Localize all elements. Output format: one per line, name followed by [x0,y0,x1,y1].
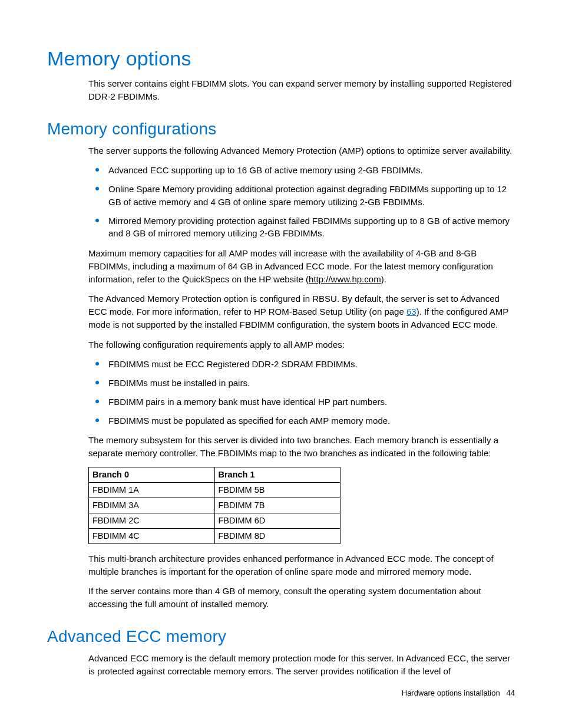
intro-text: This server contains eight FBDIMM slots.… [88,77,515,103]
paragraph: If the server contains more than 4 GB of… [88,585,515,611]
table-row: FBDIMM 3A FBDIMM 7B [89,498,340,513]
list-item: FBDIMMS must be populated as specified f… [88,414,515,427]
bullet-list-1: Advanced ECC supporting up to 16 GB of a… [88,164,515,240]
paragraph: The Advanced Memory Protection option is… [88,292,515,331]
bullet-list-2: FBDIMMS must be ECC Registered DDR-2 SDR… [88,358,515,427]
paragraph: Advanced ECC memory is the default memor… [88,652,515,678]
branch-table: Branch 0 Branch 1 FBDIMM 1A FBDIMM 5B FB… [88,467,340,544]
table-cell: FBDIMM 2C [89,513,215,528]
list-item: FBDIMMS must be ECC Registered DDR-2 SDR… [88,358,515,371]
page-title: Memory options [47,47,515,70]
table-row: FBDIMM 2C FBDIMM 6D [89,513,340,528]
list-item: Advanced ECC supporting up to 16 GB of a… [88,164,515,177]
section-heading-configs: Memory configurations [47,120,515,139]
page-ref-link[interactable]: 63 [406,307,416,317]
list-item: Online Spare Memory providing additional… [88,183,515,209]
configs-body: The server supports the following Advanc… [88,144,515,611]
table-cell: FBDIMM 6D [214,513,340,528]
table-header-row: Branch 0 Branch 1 [89,467,340,482]
table-cell: FBDIMM 5B [214,482,340,498]
table-cell: FBDIMM 7B [214,498,340,513]
table-header: Branch 1 [214,467,340,482]
document-page: Memory options This server contains eigh… [0,0,562,728]
paragraph: The server supports the following Advanc… [88,144,515,157]
paragraph: Maximum memory capacities for all AMP mo… [88,247,515,285]
page-footer: Hardware options installation 44 [402,689,515,697]
table-cell: FBDIMM 3A [89,498,215,513]
hp-website-link[interactable]: http://www.hp.com [309,274,381,284]
paragraph: The following configuration requirements… [88,338,515,351]
table-cell: FBDIMM 1A [89,482,215,498]
footer-section: Hardware options installation [402,689,500,697]
table-cell: FBDIMM 8D [214,528,340,543]
table-row: FBDIMM 1A FBDIMM 5B [89,482,340,498]
paragraph: The memory subsystem for this server is … [88,434,515,460]
ecc-body: Advanced ECC memory is the default memor… [88,652,515,678]
section-heading-ecc: Advanced ECC memory [47,627,515,646]
text-fragment: Maximum memory capacities for all AMP mo… [88,248,493,284]
text-fragment: ). [381,274,386,284]
table-row: FBDIMM 4C FBDIMM 8D [89,528,340,543]
intro-block: This server contains eight FBDIMM slots.… [88,77,515,103]
footer-page-number: 44 [507,689,515,697]
paragraph: This multi-branch architecture provides … [88,552,515,578]
list-item: FBDIMMs must be installed in pairs. [88,377,515,390]
list-item: Mirrored Memory providing protection aga… [88,215,515,241]
table-header: Branch 0 [89,467,215,482]
table-cell: FBDIMM 4C [89,528,215,543]
list-item: FBDIMM pairs in a memory bank must have … [88,396,515,409]
